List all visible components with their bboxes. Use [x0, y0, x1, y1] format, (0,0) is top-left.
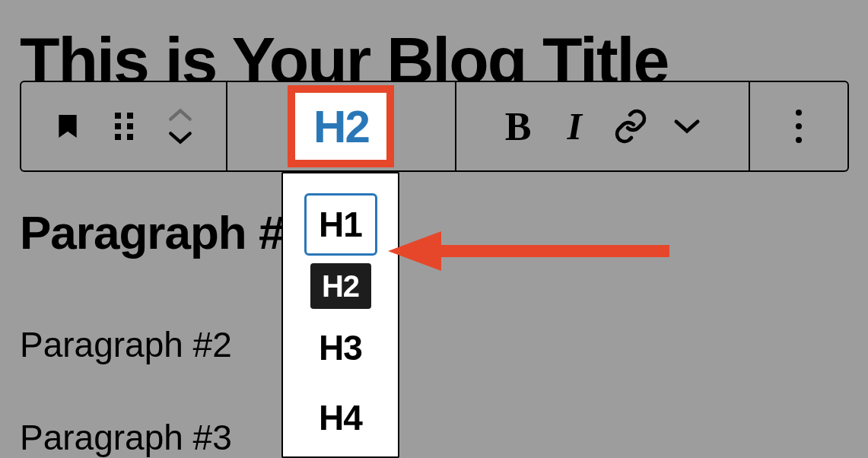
chevron-down-icon[interactable] [167, 130, 193, 145]
align-center-icon[interactable] [408, 105, 444, 148]
toolbar-group-heading: H2 [227, 82, 456, 170]
heading-level-dropdown: H1 H2 H3 H4 [281, 172, 399, 458]
heading-option-h4[interactable]: H4 [304, 386, 377, 449]
heading-block[interactable]: Paragraph #1 [20, 205, 310, 259]
link-icon [612, 108, 649, 145]
heading-option-h3[interactable]: H3 [304, 316, 377, 379]
block-mover[interactable] [159, 105, 202, 148]
italic-button[interactable]: I [553, 105, 596, 148]
more-options-button[interactable] [777, 105, 820, 148]
toolbar-group-more [750, 82, 847, 170]
paragraph-block[interactable]: Paragraph #2 [20, 324, 232, 365]
link-button[interactable] [609, 105, 652, 148]
chevron-down-icon [672, 118, 701, 135]
heading-level-label: H2 [313, 100, 369, 153]
bookmark-icon[interactable] [46, 105, 89, 148]
align-left-icon[interactable] [237, 105, 274, 148]
heading-option-h1[interactable]: H1 [304, 193, 377, 256]
bold-button[interactable]: B [497, 105, 539, 148]
annotation-arrow [388, 228, 669, 274]
heading-option-h2[interactable]: H2 [310, 263, 371, 309]
more-vertical-icon [796, 110, 802, 143]
drag-handle-icon[interactable] [103, 105, 145, 148]
toolbar-group-format: B I [456, 82, 751, 170]
toolbar-group-block [21, 82, 227, 170]
block-toolbar: H2 B I [20, 81, 849, 172]
paragraph-block[interactable]: Paragraph #3 [20, 417, 232, 458]
heading-level-button[interactable]: H2 [288, 85, 394, 167]
format-dropdown-button[interactable] [666, 105, 708, 148]
chevron-up-icon[interactable] [167, 107, 193, 122]
